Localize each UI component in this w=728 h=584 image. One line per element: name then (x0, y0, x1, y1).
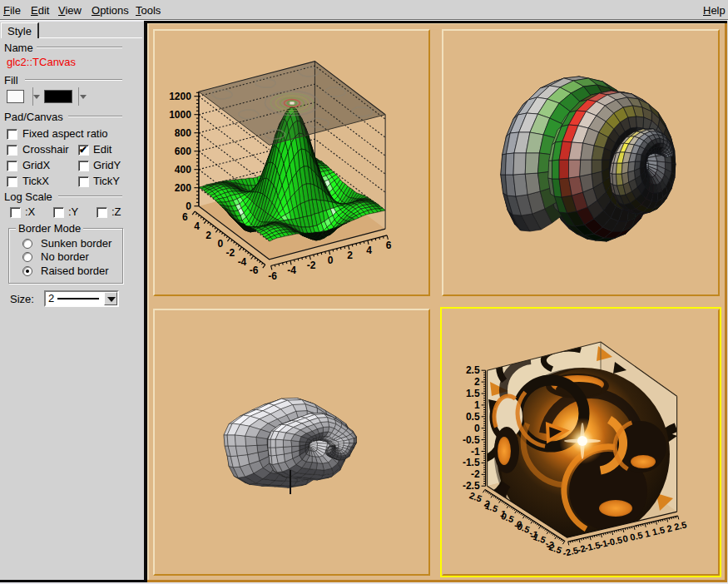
svg-text:800: 800 (175, 127, 191, 139)
svg-text:0: 0 (328, 255, 334, 266)
svg-text:-4: -4 (287, 265, 296, 276)
svg-text:6: 6 (182, 211, 188, 223)
svg-text:-2: -2 (226, 247, 235, 259)
svg-text:600: 600 (175, 146, 191, 157)
svg-text:0: 0 (186, 200, 191, 212)
svg-text:4: 4 (194, 220, 200, 232)
svg-text:-4: -4 (238, 256, 247, 268)
svg-text:1000: 1000 (169, 109, 191, 121)
svg-text:0: 0 (217, 238, 223, 250)
svg-text:4: 4 (366, 245, 372, 256)
svg-text:200: 200 (175, 182, 191, 194)
svg-text:-2: -2 (307, 260, 316, 271)
svg-text:-6: -6 (268, 270, 277, 282)
svg-text:6: 6 (386, 240, 392, 251)
svg-text:2: 2 (347, 250, 353, 261)
svg-text:2: 2 (206, 230, 211, 241)
svg-text:400: 400 (175, 164, 191, 176)
svg-text:1200: 1200 (169, 91, 191, 102)
svg-text:-6: -6 (250, 265, 259, 276)
